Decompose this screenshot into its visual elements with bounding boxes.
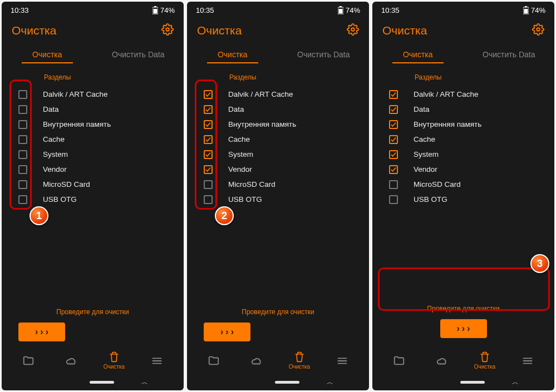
partition-row[interactable]: Dalvik / ART Cache (2, 87, 184, 102)
partition-checkbox[interactable] (389, 195, 398, 204)
svg-rect-9 (338, 9, 342, 14)
gear-icon[interactable] (161, 23, 174, 38)
tabs: Очистка Очистить Data (2, 41, 184, 63)
home-pill[interactable] (460, 381, 485, 384)
header: Очистка (187, 18, 369, 41)
partition-label: Dalvik / ART Cache (228, 90, 293, 98)
status-right: 74% (338, 6, 360, 14)
partition-checkbox[interactable] (204, 90, 213, 99)
partition-checkbox[interactable] (389, 120, 398, 129)
partition-label: Cache (414, 135, 435, 143)
nav-clean[interactable]: Очистка (468, 351, 501, 370)
partition-label: MicroSD Card (414, 180, 461, 188)
home-pill[interactable] (90, 381, 114, 384)
svg-point-3 (166, 28, 169, 31)
partition-row[interactable]: USB OTG (187, 192, 369, 207)
home-pill[interactable] (275, 381, 299, 384)
nav-folder[interactable] (197, 355, 230, 367)
partition-checkbox[interactable] (204, 120, 213, 129)
partition-row[interactable]: Vendor (2, 162, 184, 177)
nav-folder[interactable] (382, 355, 416, 367)
recent-caret[interactable]: ︿ (141, 378, 148, 387)
swipe-button[interactable]: ››› (440, 319, 487, 338)
gear-icon[interactable] (532, 23, 544, 38)
partition-row[interactable]: USB OTG (372, 192, 554, 207)
partition-checkbox[interactable] (18, 135, 27, 144)
partition-checkbox[interactable] (18, 105, 27, 114)
swipe-button[interactable]: ››› (204, 322, 250, 341)
partition-row[interactable]: System (187, 147, 369, 162)
tab-clear-data[interactable]: Очистить Data (278, 44, 370, 63)
status-bar: 10:33 74% (2, 2, 184, 18)
partition-row[interactable]: Внутренняя память (2, 117, 184, 132)
partition-checkbox[interactable] (18, 120, 27, 129)
nav-menu[interactable] (326, 355, 359, 367)
tab-clear-data[interactable]: Очистить Data (93, 44, 184, 63)
battery-icon (338, 6, 343, 14)
partition-checkbox[interactable] (389, 135, 398, 144)
partition-row[interactable]: Cache (187, 132, 369, 147)
tab-clean[interactable]: Очистка (372, 44, 464, 63)
battery-percent: 74% (346, 6, 360, 14)
partition-checkbox[interactable] (18, 165, 27, 174)
page-title: Очистка (197, 24, 242, 37)
recent-caret[interactable]: ︿ (512, 378, 519, 387)
tab-clean[interactable]: Очистка (187, 44, 278, 63)
partition-row[interactable]: Data (187, 102, 369, 117)
nav-clean[interactable]: Очистка (97, 351, 131, 370)
partition-row[interactable]: Dalvik / ART Cache (372, 87, 554, 102)
partition-checkbox[interactable] (204, 150, 213, 159)
nav-cloud[interactable] (240, 355, 273, 367)
partition-checkbox[interactable] (18, 195, 27, 204)
partition-row[interactable]: Cache (2, 132, 184, 147)
partition-label: Внутренняя память (43, 120, 111, 128)
partition-row[interactable]: Cache (372, 132, 554, 147)
nav-cloud[interactable] (425, 355, 459, 367)
partition-checkbox[interactable] (389, 105, 398, 114)
nav-clean[interactable]: Очистка (283, 351, 316, 370)
partition-checkbox[interactable] (204, 135, 213, 144)
nav-cloud[interactable] (55, 355, 88, 367)
partition-row[interactable]: System (2, 147, 184, 162)
status-time: 10:33 (11, 6, 29, 14)
partition-label: Cache (228, 135, 250, 143)
partition-row[interactable]: Dalvik / ART Cache (187, 87, 369, 102)
battery-percent: 74% (531, 6, 545, 14)
nav-folder[interactable] (12, 355, 45, 367)
partition-checkbox[interactable] (389, 150, 398, 159)
recent-caret[interactable]: ︿ (327, 378, 333, 387)
partition-row[interactable]: Внутренняя память (187, 117, 369, 132)
nav-menu[interactable] (140, 355, 174, 367)
tab-clear-data[interactable]: Очистить Data (464, 44, 555, 63)
partition-checkbox[interactable] (204, 180, 213, 189)
partition-checkbox[interactable] (18, 180, 27, 189)
partition-label: Data (43, 105, 59, 113)
partition-row[interactable]: Data (2, 102, 184, 117)
partition-checkbox[interactable] (18, 90, 27, 99)
partition-row[interactable]: MicroSD Card (372, 177, 554, 192)
partition-row[interactable]: Vendor (372, 162, 554, 177)
partition-checkbox[interactable] (389, 165, 398, 174)
partition-checkbox[interactable] (389, 180, 398, 189)
nav-menu[interactable] (511, 355, 544, 367)
partition-checkbox[interactable] (204, 195, 213, 204)
battery-icon (523, 6, 529, 14)
svg-rect-16 (524, 9, 528, 14)
partition-checkbox[interactable] (18, 150, 27, 159)
partition-row[interactable]: MicroSD Card (2, 177, 184, 192)
partition-row[interactable]: Vendor (187, 162, 369, 177)
partition-row[interactable]: MicroSD Card (187, 177, 369, 192)
partition-row[interactable]: System (372, 147, 554, 162)
partition-row[interactable]: Внутренняя память (372, 117, 554, 132)
tab-clean[interactable]: Очистка (2, 44, 93, 63)
swipe-button[interactable]: ››› (18, 322, 65, 341)
partition-label: Vendor (228, 165, 252, 173)
partition-checkbox[interactable] (389, 90, 398, 99)
bottom-nav: Очистка (372, 349, 554, 373)
partition-label: Data (414, 105, 430, 113)
partition-row[interactable]: USB OTG (2, 192, 184, 207)
partition-checkbox[interactable] (204, 105, 213, 114)
partition-checkbox[interactable] (204, 165, 213, 174)
gear-icon[interactable] (347, 23, 359, 38)
partition-row[interactable]: Data (372, 102, 554, 117)
